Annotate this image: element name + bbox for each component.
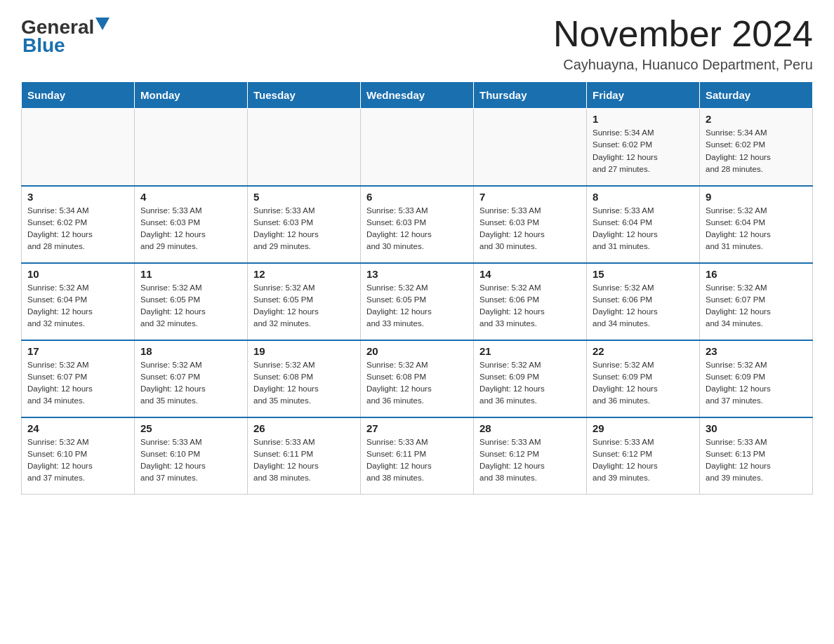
- day-info: Sunrise: 5:33 AM Sunset: 6:03 PM Dayligh…: [479, 205, 581, 253]
- calendar-cell: 14Sunrise: 5:32 AM Sunset: 6:06 PM Dayli…: [474, 263, 587, 340]
- calendar-cell: 27Sunrise: 5:33 AM Sunset: 6:11 PM Dayli…: [361, 417, 474, 495]
- day-number: 25: [140, 422, 241, 434]
- day-info: Sunrise: 5:32 AM Sunset: 6:08 PM Dayligh…: [253, 359, 355, 408]
- day-info: Sunrise: 5:32 AM Sunset: 6:09 PM Dayligh…: [593, 359, 694, 408]
- calendar-row-1: 3Sunrise: 5:34 AM Sunset: 6:02 PM Daylig…: [22, 186, 813, 263]
- day-info: Sunrise: 5:32 AM Sunset: 6:05 PM Dayligh…: [366, 282, 468, 330]
- weekday-header-wednesday: Wednesday: [361, 82, 474, 109]
- calendar-cell: 15Sunrise: 5:32 AM Sunset: 6:06 PM Dayli…: [587, 263, 700, 340]
- calendar-cell: 13Sunrise: 5:32 AM Sunset: 6:05 PM Dayli…: [361, 263, 474, 340]
- weekday-header-friday: Friday: [587, 82, 700, 109]
- calendar-cell: 18Sunrise: 5:32 AM Sunset: 6:07 PM Dayli…: [135, 340, 248, 417]
- calendar-cell: 19Sunrise: 5:32 AM Sunset: 6:08 PM Dayli…: [248, 340, 361, 417]
- month-title: November 2024: [553, 14, 813, 54]
- day-number: 27: [366, 422, 468, 434]
- calendar-cell: 5Sunrise: 5:33 AM Sunset: 6:03 PM Daylig…: [248, 186, 361, 263]
- calendar-table: SundayMondayTuesdayWednesdayThursdayFrid…: [21, 81, 813, 495]
- day-number: 26: [253, 422, 355, 434]
- calendar-cell: 21Sunrise: 5:32 AM Sunset: 6:09 PM Dayli…: [474, 340, 587, 417]
- calendar-cell: 30Sunrise: 5:33 AM Sunset: 6:13 PM Dayli…: [700, 417, 813, 495]
- day-number: 8: [593, 191, 694, 203]
- title-section: November 2024 Cayhuayna, Huanuco Departm…: [553, 14, 813, 73]
- calendar-cell: [22, 109, 135, 186]
- day-info: Sunrise: 5:32 AM Sunset: 6:09 PM Dayligh…: [479, 359, 581, 408]
- day-info: Sunrise: 5:33 AM Sunset: 6:03 PM Dayligh…: [140, 205, 241, 253]
- day-number: 28: [479, 422, 581, 434]
- calendar-cell: 24Sunrise: 5:32 AM Sunset: 6:10 PM Dayli…: [22, 417, 135, 495]
- calendar-cell: [248, 109, 361, 186]
- day-info: Sunrise: 5:33 AM Sunset: 6:11 PM Dayligh…: [253, 436, 355, 485]
- logo: General Blue: [21, 14, 110, 57]
- calendar-row-2: 10Sunrise: 5:32 AM Sunset: 6:04 PM Dayli…: [22, 263, 813, 340]
- day-number: 10: [27, 268, 128, 280]
- day-info: Sunrise: 5:33 AM Sunset: 6:12 PM Dayligh…: [479, 436, 581, 485]
- day-info: Sunrise: 5:32 AM Sunset: 6:08 PM Dayligh…: [366, 359, 468, 408]
- day-info: Sunrise: 5:32 AM Sunset: 6:06 PM Dayligh…: [479, 282, 581, 330]
- day-info: Sunrise: 5:33 AM Sunset: 6:12 PM Dayligh…: [593, 436, 694, 485]
- day-info: Sunrise: 5:34 AM Sunset: 6:02 PM Dayligh…: [593, 127, 694, 175]
- day-number: 6: [366, 191, 468, 203]
- calendar-cell: 16Sunrise: 5:32 AM Sunset: 6:07 PM Dayli…: [700, 263, 813, 340]
- day-number: 17: [27, 345, 128, 357]
- day-info: Sunrise: 5:32 AM Sunset: 6:07 PM Dayligh…: [27, 359, 128, 408]
- calendar-cell: 29Sunrise: 5:33 AM Sunset: 6:12 PM Dayli…: [587, 417, 700, 495]
- calendar-cell: 1Sunrise: 5:34 AM Sunset: 6:02 PM Daylig…: [587, 109, 700, 186]
- day-number: 24: [27, 422, 128, 434]
- location-title: Cayhuayna, Huanuco Department, Peru: [553, 57, 813, 73]
- day-info: Sunrise: 5:33 AM Sunset: 6:11 PM Dayligh…: [366, 436, 468, 485]
- page-header: General Blue November 2024 Cayhuayna, Hu…: [21, 14, 813, 73]
- day-info: Sunrise: 5:32 AM Sunset: 6:07 PM Dayligh…: [706, 282, 807, 330]
- weekday-header-thursday: Thursday: [474, 82, 587, 109]
- day-info: Sunrise: 5:32 AM Sunset: 6:05 PM Dayligh…: [253, 282, 355, 330]
- day-number: 29: [593, 422, 694, 434]
- day-info: Sunrise: 5:33 AM Sunset: 6:10 PM Dayligh…: [140, 436, 241, 485]
- calendar-row-0: 1Sunrise: 5:34 AM Sunset: 6:02 PM Daylig…: [22, 109, 813, 186]
- svg-marker-0: [95, 18, 110, 30]
- calendar-cell: 3Sunrise: 5:34 AM Sunset: 6:02 PM Daylig…: [22, 186, 135, 263]
- weekday-header-monday: Monday: [135, 82, 248, 109]
- day-number: 13: [366, 268, 468, 280]
- day-number: 12: [253, 268, 355, 280]
- calendar-cell: 26Sunrise: 5:33 AM Sunset: 6:11 PM Dayli…: [248, 417, 361, 495]
- day-number: 15: [593, 268, 694, 280]
- day-info: Sunrise: 5:34 AM Sunset: 6:02 PM Dayligh…: [27, 205, 128, 253]
- day-number: 19: [253, 345, 355, 357]
- calendar-cell: 28Sunrise: 5:33 AM Sunset: 6:12 PM Dayli…: [474, 417, 587, 495]
- day-number: 11: [140, 268, 241, 280]
- calendar-cell: 20Sunrise: 5:32 AM Sunset: 6:08 PM Dayli…: [361, 340, 474, 417]
- day-number: 16: [706, 268, 807, 280]
- calendar-cell: 2Sunrise: 5:34 AM Sunset: 6:02 PM Daylig…: [700, 109, 813, 186]
- day-number: 20: [366, 345, 468, 357]
- calendar-cell: 22Sunrise: 5:32 AM Sunset: 6:09 PM Dayli…: [587, 340, 700, 417]
- day-info: Sunrise: 5:33 AM Sunset: 6:04 PM Dayligh…: [593, 205, 694, 253]
- calendar-cell: 4Sunrise: 5:33 AM Sunset: 6:03 PM Daylig…: [135, 186, 248, 263]
- calendar-row-3: 17Sunrise: 5:32 AM Sunset: 6:07 PM Dayli…: [22, 340, 813, 417]
- day-number: 30: [706, 422, 807, 434]
- calendar-cell: 23Sunrise: 5:32 AM Sunset: 6:09 PM Dayli…: [700, 340, 813, 417]
- day-number: 1: [593, 113, 694, 125]
- calendar-cell: 12Sunrise: 5:32 AM Sunset: 6:05 PM Dayli…: [248, 263, 361, 340]
- day-info: Sunrise: 5:32 AM Sunset: 6:05 PM Dayligh…: [140, 282, 241, 330]
- day-number: 14: [479, 268, 581, 280]
- day-number: 21: [479, 345, 581, 357]
- weekday-header-tuesday: Tuesday: [248, 82, 361, 109]
- day-info: Sunrise: 5:32 AM Sunset: 6:06 PM Dayligh…: [593, 282, 694, 330]
- day-info: Sunrise: 5:32 AM Sunset: 6:04 PM Dayligh…: [706, 205, 807, 253]
- calendar-cell: 17Sunrise: 5:32 AM Sunset: 6:07 PM Dayli…: [22, 340, 135, 417]
- day-number: 3: [27, 191, 128, 203]
- weekday-header-sunday: Sunday: [22, 82, 135, 109]
- day-info: Sunrise: 5:32 AM Sunset: 6:09 PM Dayligh…: [706, 359, 807, 408]
- calendar-cell: 11Sunrise: 5:32 AM Sunset: 6:05 PM Dayli…: [135, 263, 248, 340]
- calendar-cell: [474, 109, 587, 186]
- day-number: 4: [140, 191, 241, 203]
- calendar-cell: 10Sunrise: 5:32 AM Sunset: 6:04 PM Dayli…: [22, 263, 135, 340]
- day-info: Sunrise: 5:32 AM Sunset: 6:07 PM Dayligh…: [140, 359, 241, 408]
- logo-triangle-icon: [95, 18, 110, 32]
- day-number: 9: [706, 191, 807, 203]
- day-info: Sunrise: 5:33 AM Sunset: 6:03 PM Dayligh…: [253, 205, 355, 253]
- day-number: 7: [479, 191, 581, 203]
- logo-blue: Blue: [21, 34, 65, 57]
- calendar-cell: [135, 109, 248, 186]
- calendar-cell: 25Sunrise: 5:33 AM Sunset: 6:10 PM Dayli…: [135, 417, 248, 495]
- day-number: 22: [593, 345, 694, 357]
